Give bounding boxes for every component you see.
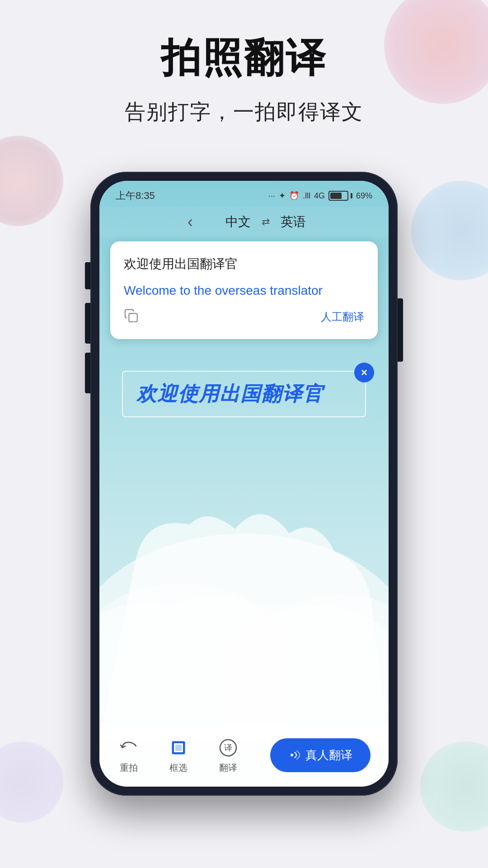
- translated-text: Welcome to the overseas translator: [124, 282, 364, 299]
- source-language-label[interactable]: 中文: [225, 213, 251, 231]
- phone-shell: 上午8:35 ··· ✦ ⏰ .lll 4G 69%: [90, 172, 398, 796]
- bg-blob-bottom-left: [0, 741, 63, 823]
- translate-label: 翻译: [219, 762, 237, 774]
- detected-chinese-text: 欢迎使用出国翻译官: [136, 381, 352, 407]
- toolbar-left-actions: 重拍 框选: [117, 736, 239, 774]
- select-label: 框选: [169, 762, 188, 774]
- signal-icon: .lll: [303, 191, 310, 201]
- bg-blob-bottom-right: [420, 741, 488, 832]
- svg-text:译: 译: [224, 743, 232, 752]
- select-icon: [167, 736, 190, 759]
- header-area: 拍照翻译 告别打字，一拍即得译文: [0, 0, 488, 126]
- main-title: 拍照翻译: [0, 36, 488, 80]
- swap-languages-icon[interactable]: ⇄: [262, 216, 270, 228]
- signal-dots-icon: ···: [268, 191, 275, 201]
- bottom-toolbar: 重拍 框选: [99, 723, 389, 787]
- status-icons: ··· ✦ ⏰ .lll 4G 69%: [268, 191, 372, 201]
- battery-indicator: 69%: [328, 191, 372, 201]
- sub-title: 告别打字，一拍即得译文: [0, 98, 488, 126]
- phone-mockup: 上午8:35 ··· ✦ ⏰ .lll 4G 69%: [90, 172, 398, 796]
- target-language-label[interactable]: 英语: [281, 213, 306, 231]
- translate-button[interactable]: 译 翻译: [217, 736, 239, 774]
- mute-button: [85, 353, 90, 393]
- back-button[interactable]: ‹: [182, 214, 198, 230]
- card-footer: 人工翻译: [124, 308, 364, 326]
- network-4g-icon: 4G: [314, 191, 325, 201]
- back-chevron-icon: ‹: [188, 212, 193, 231]
- svg-point-9: [291, 754, 293, 756]
- battery-bar: [328, 191, 348, 201]
- phone-screen: 上午8:35 ··· ✦ ⏰ .lll 4G 69%: [99, 181, 389, 787]
- volume-down-button: [85, 303, 90, 344]
- source-text: 欢迎使用出国翻译官: [124, 255, 364, 273]
- mic-wave-icon: [288, 749, 301, 761]
- retake-button[interactable]: 重拍: [117, 736, 140, 774]
- copy-icon: [124, 308, 139, 324]
- detected-box: × 欢迎使用出国翻译官: [122, 371, 366, 417]
- scene-svg: [99, 425, 389, 741]
- close-overlay-button[interactable]: ×: [354, 363, 374, 382]
- translate-icon: 译: [217, 736, 239, 759]
- battery-percent: 69%: [356, 191, 372, 201]
- alarm-icon: ⏰: [289, 191, 299, 201]
- real-translate-label: 真人翻译: [305, 747, 352, 763]
- retake-icon: [117, 736, 140, 759]
- language-selector[interactable]: 中文 ⇄ 英语: [225, 213, 306, 231]
- power-button: [398, 298, 403, 362]
- svg-rect-6: [175, 745, 182, 751]
- real-translate-button[interactable]: 真人翻译: [270, 738, 371, 772]
- volume-up-button: [85, 262, 90, 289]
- bg-blob-right-mid: [411, 181, 488, 280]
- battery-fill: [330, 193, 342, 199]
- retake-label: 重拍: [120, 762, 138, 774]
- battery-tip: [351, 193, 352, 198]
- bg-blob-left: [0, 136, 63, 226]
- translation-card: 欢迎使用出国翻译官 Welcome to the overseas transl…: [110, 241, 378, 339]
- status-bar: 上午8:35 ··· ✦ ⏰ .lll 4G 69%: [99, 181, 389, 207]
- status-time: 上午8:35: [116, 189, 155, 203]
- manual-translate-button[interactable]: 人工翻译: [321, 310, 364, 324]
- copy-button[interactable]: [124, 308, 139, 326]
- svg-rect-3: [129, 314, 137, 322]
- bluetooth-icon: ✦: [279, 191, 286, 201]
- detected-text-overlay: × 欢迎使用出国翻译官: [122, 371, 366, 417]
- select-button[interactable]: 框选: [167, 736, 190, 774]
- phone-nav-bar: ‹ 中文 ⇄ 英语: [99, 207, 389, 237]
